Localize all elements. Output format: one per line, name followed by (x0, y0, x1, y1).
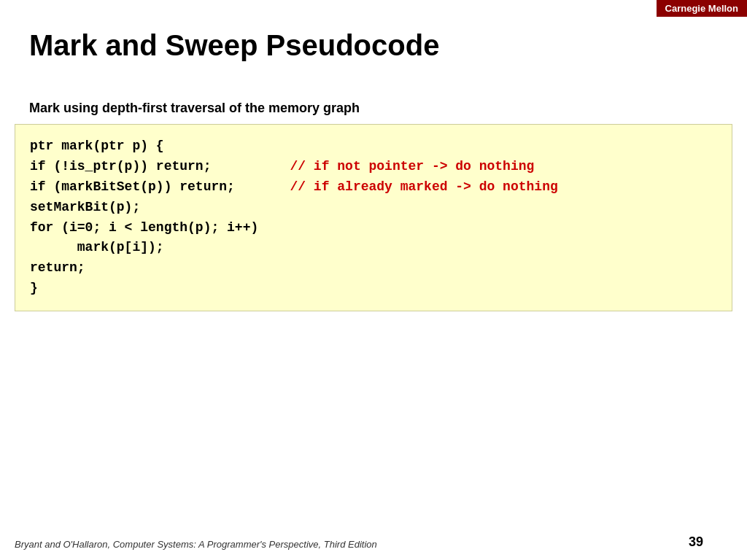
footer-page-number: 39 (689, 534, 703, 550)
code-block: ptr mark(ptr p) { if (!is_ptr(p)) return… (15, 124, 732, 311)
code-line-4: setMarkBit(p); (30, 198, 717, 218)
code-black-5: for (i=0; i < length(p); i++) (30, 218, 258, 238)
code-red-3: // if already marked -> do nothing (290, 177, 557, 198)
code-line-8: } (30, 279, 717, 299)
code-line-6: mark(p[i]); (30, 238, 717, 258)
code-black-2: if (!is_ptr(p)) return; (30, 157, 290, 177)
code-black-8: } (30, 279, 38, 299)
slide-title: Mark and Sweep Pseudocode (29, 29, 439, 62)
code-black-3: if (markBitSet(p)) return; (30, 177, 290, 198)
footer: Bryant and O'Hallaron, Computer Systems:… (15, 539, 703, 550)
code-red-2: // if not pointer -> do nothing (290, 157, 534, 177)
code-line-2: if (!is_ptr(p)) return; // if not pointe… (30, 157, 717, 177)
code-line-3: if (markBitSet(p)) return; // if already… (30, 177, 717, 198)
footer-citation: Bryant and O'Hallaron, Computer Systems:… (15, 539, 377, 550)
code-line-7: return; (30, 258, 717, 279)
brand-label: Carnegie Mellon (657, 0, 747, 17)
slide-subtitle: Mark using depth-first traversal of the … (29, 101, 360, 116)
code-black-4: setMarkBit(p); (30, 198, 140, 218)
code-black-7: return; (30, 258, 85, 279)
code-line-1: ptr mark(ptr p) { (30, 136, 717, 157)
code-line-5: for (i=0; i < length(p); i++) (30, 218, 717, 238)
code-black-1: ptr mark(ptr p) { (30, 136, 164, 157)
code-black-6: mark(p[i]); (30, 238, 164, 258)
